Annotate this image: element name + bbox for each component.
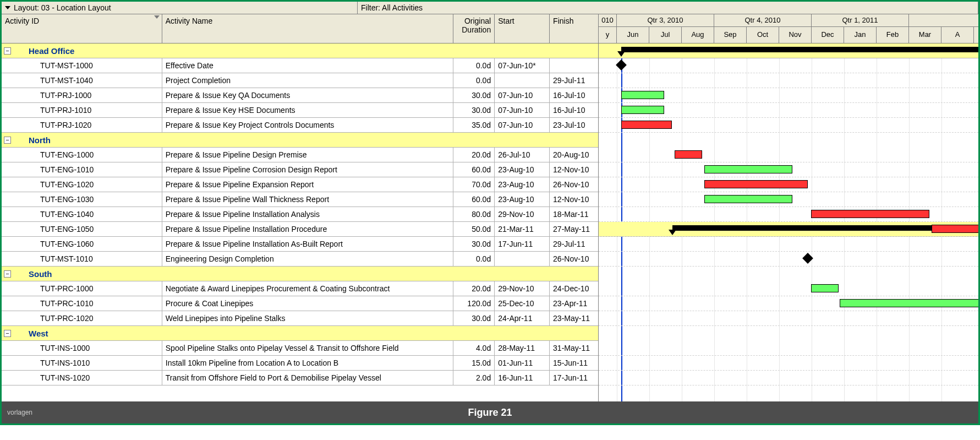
duration-cell: 0.0d [453,58,495,73]
gantt-bar[interactable] [811,284,839,292]
month-header: Jul [649,27,682,43]
col-header-duration[interactable]: Original Duration [453,14,495,43]
summary-bar [621,47,978,52]
task-row[interactable]: TUT-ENG-1010Prepare & Issue Pipeline Cor… [2,162,598,177]
task-row[interactable]: TUT-ENG-1060Prepare & Issue Pipeline Ins… [2,237,598,252]
start-cell [495,252,550,266]
gantt-bar[interactable] [932,225,978,233]
gantt-row [599,356,978,371]
task-row[interactable]: TUT-ENG-1030Prepare & Issue Pipeline Wal… [2,192,598,207]
activity-id-cell: TUT-INS-1020 [2,371,162,385]
group-row[interactable]: −Head Office [2,44,598,58]
task-row[interactable]: TUT-PRJ-1000Prepare & Issue Key QA Docum… [2,88,598,103]
task-row[interactable]: TUT-ENG-1000Prepare & Issue Pipeline Des… [2,148,598,162]
activity-id-cell: TUT-PRC-1010 [2,296,162,311]
start-cell: 29-Nov-10 [495,281,550,296]
gantt-row [599,58,978,73]
gantt-row [599,103,978,118]
quarter-header: Qtr 3, 2010 [617,14,714,26]
sort-icon [154,15,160,19]
toolbar: Layout: 03 - Location Layout Filter: All… [2,2,978,14]
activity-name-cell: Project Completion [162,73,453,88]
finish-cell: 18-Mar-11 [550,207,598,221]
start-cell [495,73,550,88]
activity-name-cell: Effective Date [162,58,453,73]
activity-grid[interactable]: −Head OfficeTUT-MST-1000Effective Date0.… [2,44,598,401]
task-row[interactable]: TUT-INS-1020Transit from Offshore Field … [2,371,598,385]
task-row[interactable]: TUT-PRC-1000Negotiate & Award Linepipes … [2,281,598,296]
group-row[interactable]: −North [2,133,598,148]
task-row[interactable]: TUT-ENG-1050Prepare & Issue Pipeline Ins… [2,222,598,237]
gantt-bar[interactable] [621,121,672,129]
gantt-bar[interactable] [811,210,929,218]
collapse-icon[interactable]: − [4,137,11,144]
duration-cell: 30.0d [453,237,495,251]
task-row[interactable]: TUT-INS-1010Install 10km Pipeline from L… [2,356,598,371]
duration-cell: 30.0d [453,88,495,102]
gantt-bar[interactable] [840,299,978,307]
gantt-bar[interactable] [704,165,792,173]
collapse-icon[interactable]: − [4,330,11,337]
finish-cell: 20-Aug-10 [550,148,598,162]
task-row[interactable]: TUT-PRJ-1010Prepare & Issue Key HSE Docu… [2,103,598,118]
task-row[interactable]: TUT-ENG-1040Prepare & Issue Pipeline Ins… [2,207,598,222]
col-header-activity-name[interactable]: Activity Name [162,14,454,43]
activity-id-cell: TUT-ENG-1010 [2,162,162,177]
finish-cell: 26-Nov-10 [550,177,598,192]
month-header: Sep [714,27,747,43]
col-header-finish[interactable]: Finish [550,14,598,43]
gantt-row [599,118,978,133]
task-row[interactable]: TUT-MST-1010Engineering Design Completio… [2,252,598,267]
start-cell: 29-Nov-10 [495,207,550,221]
start-cell: 07-Jun-10 [495,103,550,117]
gantt-row [599,281,978,296]
gantt-row [599,148,978,162]
group-label: West [14,329,48,338]
task-row[interactable]: TUT-ENG-1020Prepare & Issue Pipeline Exp… [2,177,598,192]
finish-cell: 26-Nov-10 [550,252,598,266]
collapse-icon[interactable]: − [4,270,11,278]
task-row[interactable]: TUT-MST-1040Project Completion0.0d29-Jul… [2,73,598,88]
layout-selector[interactable]: Layout: 03 - Location Layout [2,2,358,14]
task-row[interactable]: TUT-PRJ-1020Prepare & Issue Key Project … [2,118,598,133]
task-row[interactable]: TUT-PRC-1010Procure & Coat Linepipes120.… [2,296,598,311]
gantt-bar[interactable] [704,180,808,188]
gantt-pane[interactable]: 010Qtr 3, 2010Qtr 4, 2010Qtr 1, 2011 yJu… [599,14,978,401]
start-cell: 24-Apr-11 [495,311,550,325]
group-row[interactable]: −West [2,326,598,341]
group-label: South [14,269,52,279]
quarter-header: 010 [599,14,617,26]
milestone-diamond-icon[interactable] [616,59,627,70]
filter-selector[interactable]: Filter: All Activities [358,2,978,14]
start-cell: 28-May-11 [495,341,550,355]
task-row[interactable]: TUT-INS-1000Spool Pipeline Stalks onto P… [2,341,598,356]
activity-id-cell: TUT-PRC-1000 [2,281,162,296]
gantt-bar[interactable] [621,106,664,114]
gantt-chart[interactable] [599,44,978,401]
gantt-row [599,237,978,252]
activity-id-cell: TUT-MST-1010 [2,252,162,266]
duration-cell: 80.0d [453,207,495,221]
activity-name-cell: Procure & Coat Linepipes [162,296,453,311]
activity-name-cell: Prepare & Issue Key QA Documents [162,88,453,102]
col-header-start[interactable]: Start [495,14,550,43]
activity-id-cell: TUT-ENG-1050 [2,222,162,236]
activity-name-cell: Prepare & Issue Pipeline Installation An… [162,207,453,221]
duration-cell: 4.0d [453,341,495,355]
gantt-bar[interactable] [675,150,702,159]
start-cell: 07-Jun-10 [495,118,550,132]
gantt-row [599,192,978,207]
gantt-bar[interactable] [621,91,664,99]
collapse-icon[interactable]: − [4,47,11,55]
col-header-activity-id[interactable]: Activity ID [2,14,162,43]
group-row[interactable]: −South [2,267,598,281]
gantt-bar[interactable] [704,195,792,203]
activity-name-cell: Weld Linepipes into Pipeline Stalks [162,311,453,325]
filter-label: Filter: All Activities [361,3,423,12]
finish-cell: 12-Nov-10 [550,162,598,177]
task-row[interactable]: TUT-PRC-1020Weld Linepipes into Pipeline… [2,311,598,326]
task-row[interactable]: TUT-MST-1000Effective Date0.0d07-Jun-10* [2,58,598,73]
content: Activity ID Activity Name Original Durat… [2,14,978,401]
milestone-diamond-icon[interactable] [802,253,813,264]
activity-id-cell: TUT-INS-1000 [2,341,162,355]
